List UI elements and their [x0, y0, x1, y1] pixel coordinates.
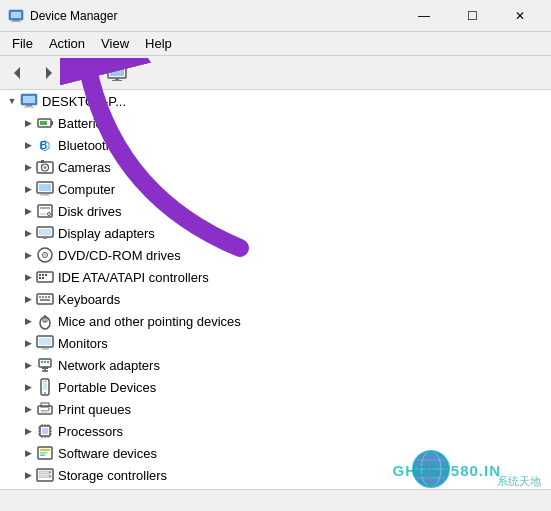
svg-rect-18: [26, 105, 32, 107]
back-button[interactable]: [4, 59, 32, 87]
svg-rect-48: [39, 277, 41, 279]
list-item[interactable]: ▶ Disk drives: [0, 200, 551, 222]
storage-controllers-icon: [36, 466, 54, 484]
svg-rect-11: [74, 72, 80, 73]
expander[interactable]: ▶: [20, 115, 36, 131]
svg-point-35: [48, 213, 51, 216]
expander[interactable]: ▶: [20, 291, 36, 307]
svg-rect-82: [42, 428, 48, 434]
list-item[interactable]: ▶ Print queues: [0, 398, 551, 420]
root-label: DESKTOP-P...: [42, 94, 126, 109]
svg-rect-2: [13, 20, 19, 21]
list-item[interactable]: ▶ Batteries: [0, 112, 551, 134]
svg-rect-78: [41, 410, 49, 412]
svg-rect-63: [41, 349, 49, 350]
list-item[interactable]: ▶ Computer: [0, 178, 551, 200]
list-item[interactable]: ▶ Mice and other pointing devices: [0, 310, 551, 332]
tree-root[interactable]: ▼ DESKTOP-P...: [0, 90, 551, 112]
expander[interactable]: ▶: [20, 225, 36, 241]
menu-file[interactable]: File: [4, 33, 41, 55]
svg-rect-1: [11, 12, 21, 18]
svg-rect-69: [46, 367, 48, 369]
computer-icon: [36, 180, 54, 198]
expander[interactable]: ▶: [20, 159, 36, 175]
item-label: Processors: [58, 424, 123, 439]
list-item[interactable]: ▶ IDE ATA/ATAPI controllers: [0, 266, 551, 288]
dvd-icon: [36, 246, 54, 264]
network-adapters-icon: [36, 356, 54, 374]
item-label: Monitors: [58, 336, 108, 351]
expander[interactable]: ▶: [20, 467, 36, 483]
svg-rect-67: [47, 361, 49, 363]
svg-rect-36: [40, 213, 46, 215]
expander[interactable]: ▶: [20, 423, 36, 439]
root-expander[interactable]: ▼: [4, 93, 20, 109]
svg-rect-17: [23, 96, 35, 103]
item-label: Keyboards: [58, 292, 120, 307]
item-label: Storage controllers: [58, 468, 167, 483]
forward-button[interactable]: [34, 59, 62, 87]
svg-rect-51: [39, 296, 41, 298]
list-item[interactable]: ▶ Portable Devices: [0, 376, 551, 398]
svg-rect-3: [11, 21, 21, 22]
svg-point-42: [44, 254, 46, 256]
title-bar-controls: — ☐ ✕: [401, 1, 543, 31]
list-item[interactable]: ▶ ⬡ B Bluetooth: [0, 134, 551, 156]
expander[interactable]: ▶: [20, 401, 36, 417]
maximize-button[interactable]: ☐: [449, 1, 495, 31]
svg-rect-28: [41, 160, 44, 163]
batteries-icon: [36, 114, 54, 132]
svg-rect-34: [40, 207, 50, 209]
expander[interactable]: ▶: [20, 269, 36, 285]
list-item[interactable]: ▶ Display adapters: [0, 222, 551, 244]
svg-rect-15: [112, 80, 122, 81]
menu-view[interactable]: View: [93, 33, 137, 55]
item-label: Computer: [58, 182, 115, 197]
toolbar-separator: [97, 63, 98, 83]
list-item[interactable]: ▶ Keyboards: [0, 288, 551, 310]
item-label: DVD/CD-ROM drives: [58, 248, 181, 263]
tree-content[interactable]: ▼ DESKTOP-P... ▶ Batteries ▶ ⬡: [0, 90, 551, 489]
svg-rect-49: [42, 277, 44, 279]
menu-action[interactable]: Action: [41, 33, 93, 55]
expander[interactable]: ▶: [20, 247, 36, 263]
bluetooth-icon: ⬡ B: [36, 136, 54, 154]
expander[interactable]: ▶: [20, 335, 36, 351]
svg-rect-46: [42, 274, 44, 276]
close-button[interactable]: ✕: [497, 1, 543, 31]
list-item[interactable]: ▶ Processors: [0, 420, 551, 442]
expander[interactable]: ▶: [20, 181, 36, 197]
svg-rect-55: [40, 299, 50, 301]
computer-view-button[interactable]: [64, 59, 92, 87]
expander[interactable]: ▶: [20, 379, 36, 395]
mice-icon: [36, 312, 54, 330]
item-label: IDE ATA/ATAPI controllers: [58, 270, 209, 285]
svg-rect-10: [74, 69, 82, 71]
status-bar: [0, 489, 551, 511]
list-item[interactable]: ▶ DVD/CD-ROM drives: [0, 244, 551, 266]
expander[interactable]: ▶: [20, 203, 36, 219]
minimize-button[interactable]: —: [401, 1, 447, 31]
svg-marker-5: [46, 67, 52, 79]
svg-rect-45: [39, 274, 41, 276]
expander[interactable]: ▶: [20, 313, 36, 329]
monitor-button[interactable]: [103, 59, 131, 87]
svg-rect-66: [44, 361, 46, 363]
menu-help[interactable]: Help: [137, 33, 180, 55]
software-devices-icon: [36, 444, 54, 462]
svg-rect-53: [45, 296, 47, 298]
expander[interactable]: ▶: [20, 137, 36, 153]
monitors-icon: [36, 334, 54, 352]
keyboards-icon: [36, 290, 54, 308]
list-item[interactable]: ▶ Storage controllers: [0, 464, 551, 486]
list-item[interactable]: ▶ Software devices: [0, 442, 551, 464]
list-item[interactable]: ▶ Cameras: [0, 156, 551, 178]
list-item[interactable]: ▶ Network adapters: [0, 354, 551, 376]
item-label: Portable Devices: [58, 380, 156, 395]
list-item[interactable]: ▶ Monitors: [0, 332, 551, 354]
expander[interactable]: ▶: [20, 445, 36, 461]
svg-rect-38: [39, 229, 51, 235]
svg-rect-14: [115, 78, 119, 80]
item-label: Bluetooth: [58, 138, 113, 153]
expander[interactable]: ▶: [20, 357, 36, 373]
